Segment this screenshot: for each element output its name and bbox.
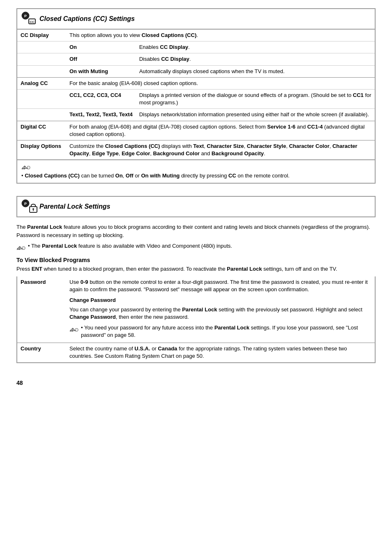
country-desc: Select the country name of U.S.A. or Can… — [66, 343, 375, 363]
change-password-subheading: Change Password — [69, 297, 371, 304]
on-muting-label: On with Muting — [66, 65, 136, 77]
page-number: 48 — [16, 380, 376, 386]
svg-text:P: P — [24, 202, 27, 206]
on-option-label: On — [66, 41, 136, 53]
parental-intro: The Parental Lock feature allows you to … — [16, 223, 376, 239]
svg-text:D: D — [75, 327, 78, 332]
table-row: Digital CC For both analog (EIA-608) and… — [17, 121, 375, 140]
table-row: Text1, Text2, Text3, Text4 Displays netw… — [17, 109, 375, 121]
parental-lock-icon: P — [21, 199, 36, 214]
cc-note-text: • Closed Captions (CC) can be turned On,… — [21, 172, 371, 180]
password-note-text: • You need your password for any future … — [81, 324, 371, 339]
table-row: On with Muting Automatically displays cl… — [17, 65, 375, 77]
note-pencil-icon-2: D — [16, 243, 25, 252]
table-row: Display Options Customize the Closed Cap… — [17, 140, 375, 160]
off-option-desc: Disables CC Display. — [136, 53, 375, 65]
note-pencil-icon-3: D — [69, 325, 78, 334]
analog-cc-desc: For the basic analog (EIA-608) closed ca… — [66, 77, 375, 89]
cc-section-header: P CC Closed Captions (CC) Settings — [16, 8, 376, 30]
svg-text:P: P — [24, 14, 27, 18]
password-desc: Use 0-9 button on the remote control to … — [66, 276, 375, 343]
password-label: Password — [17, 276, 66, 343]
svg-text:CC: CC — [30, 20, 35, 24]
change-password-desc: You can change your password by entering… — [69, 306, 371, 321]
on-muting-desc: Automatically displays closed captions w… — [136, 65, 375, 77]
cc-display-label: CC Display — [17, 30, 66, 41]
cc1-option-label: CC1, CC2, CC3, CC4 — [66, 89, 136, 108]
off-option-label: Off — [66, 53, 136, 65]
analog-cc-label: Analog CC — [17, 77, 66, 89]
svg-text:D: D — [27, 165, 30, 170]
country-label: Country — [17, 343, 66, 363]
table-row: CC Display This option allows you to vie… — [17, 30, 375, 41]
table-row: Password Use 0-9 button on the remote co… — [17, 276, 375, 343]
blocked-programs-subheading: To View Blocked Programs — [16, 257, 376, 263]
cc-note-box: D • Closed Captions (CC) can be turned O… — [16, 160, 376, 184]
digital-cc-label: Digital CC — [17, 121, 66, 140]
table-row: CC1, CC2, CC3, CC4 Displays a printed ve… — [17, 89, 375, 108]
svg-point-9 — [32, 208, 34, 210]
table-row: On Enables CC Display. — [17, 41, 375, 53]
parental-section-title: Parental Lock Settings — [39, 203, 111, 210]
parental-note1-box: D • The Parental Lock feature is also av… — [16, 242, 376, 252]
password-note-box: D • You need your password for any futur… — [69, 324, 371, 339]
display-options-label: Display Options — [17, 140, 66, 160]
cc-display-desc: This option allows you to view Closed Ca… — [66, 30, 375, 41]
display-options-desc: Customize the Closed Captions (CC) displ… — [66, 140, 375, 160]
svg-text:D: D — [22, 246, 25, 251]
cc1-option-desc: Displays a printed version of the dialog… — [136, 89, 375, 108]
cc-settings-table: CC Display This option allows you to vie… — [16, 30, 376, 160]
blocked-programs-para: Press ENT when tuned to a blocked progra… — [16, 265, 376, 273]
text-option-label: Text1, Text2, Text3, Text4 — [66, 109, 136, 121]
table-row: Country Select the country name of U.S.A… — [17, 343, 375, 363]
cc-icon: P CC — [21, 12, 36, 26]
parental-settings-table: Password Use 0-9 button on the remote co… — [16, 276, 376, 363]
on-option-desc: Enables CC Display. — [136, 41, 375, 53]
cc-section-title: Closed Captions (CC) Settings — [39, 15, 135, 23]
table-row: Off Disables CC Display. — [17, 53, 375, 65]
note-pencil-icon: D — [21, 163, 30, 171]
parental-section-header: P Parental Lock Settings — [16, 196, 376, 217]
digital-cc-desc: For both analog (EIA-608) and digital (E… — [66, 121, 375, 140]
text-option-desc: Displays network/station information pre… — [136, 109, 375, 121]
parental-note1-text: • The Parental Lock feature is also avai… — [28, 242, 232, 250]
table-row: Analog CC For the basic analog (EIA-608)… — [17, 77, 375, 89]
